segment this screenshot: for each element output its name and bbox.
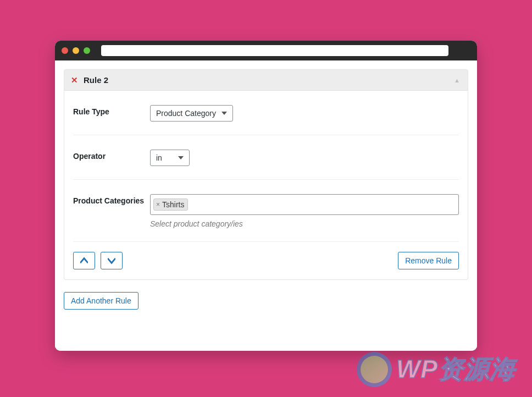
rule-actions: Remove Rule <box>73 242 459 269</box>
field-row-operator: Operator in <box>73 135 459 180</box>
field-row-product-categories: Product Categories × Tshirts Select prod… <box>73 180 459 242</box>
wp-logo-icon <box>357 352 392 387</box>
chip-remove-icon[interactable]: × <box>156 201 160 208</box>
window-maximize-icon[interactable] <box>84 47 90 54</box>
operator-select[interactable]: in <box>150 150 190 166</box>
watermark-text: WP资源海 <box>396 352 516 387</box>
window-close-icon[interactable] <box>62 47 68 54</box>
rule-title: Rule 2 <box>84 75 108 85</box>
add-another-rule-button[interactable]: Add Another Rule <box>64 292 138 310</box>
label-operator: Operator <box>73 150 150 161</box>
product-categories-hint: Select product category/ies <box>150 219 459 228</box>
move-rule-down-button[interactable] <box>101 252 123 269</box>
move-rule-up-button[interactable] <box>73 252 95 269</box>
product-categories-input[interactable]: × Tshirts <box>150 194 459 215</box>
rule-type-select[interactable]: Product Category <box>150 105 233 122</box>
window-minimize-icon[interactable] <box>73 47 79 54</box>
page-viewport: ✕ Rule 2 ▲ Rule Type Product Category Op <box>55 60 477 351</box>
label-rule-type: Rule Type <box>73 105 150 116</box>
window-titlebar <box>55 41 477 60</box>
watermark: WP资源海 <box>357 352 516 387</box>
chevron-down-icon <box>108 257 115 264</box>
rule-body: Rule Type Product Category Operator in <box>64 91 468 279</box>
remove-rule-button[interactable]: Remove Rule <box>398 252 459 269</box>
delete-rule-icon[interactable]: ✕ <box>71 76 78 84</box>
field-row-rule-type: Rule Type Product Category <box>73 91 459 135</box>
label-product-categories: Product Categories <box>73 194 150 205</box>
rule-header[interactable]: ✕ Rule 2 ▲ <box>64 70 468 91</box>
browser-window: ✕ Rule 2 ▲ Rule Type Product Category Op <box>55 41 477 351</box>
category-chip[interactable]: × Tshirts <box>153 198 188 211</box>
chevron-up-icon <box>80 257 88 264</box>
rule-panel: ✕ Rule 2 ▲ Rule Type Product Category Op <box>64 69 468 280</box>
collapse-icon[interactable]: ▲ <box>454 77 460 84</box>
address-bar[interactable] <box>101 45 448 56</box>
chip-label: Tshirts <box>162 200 184 209</box>
